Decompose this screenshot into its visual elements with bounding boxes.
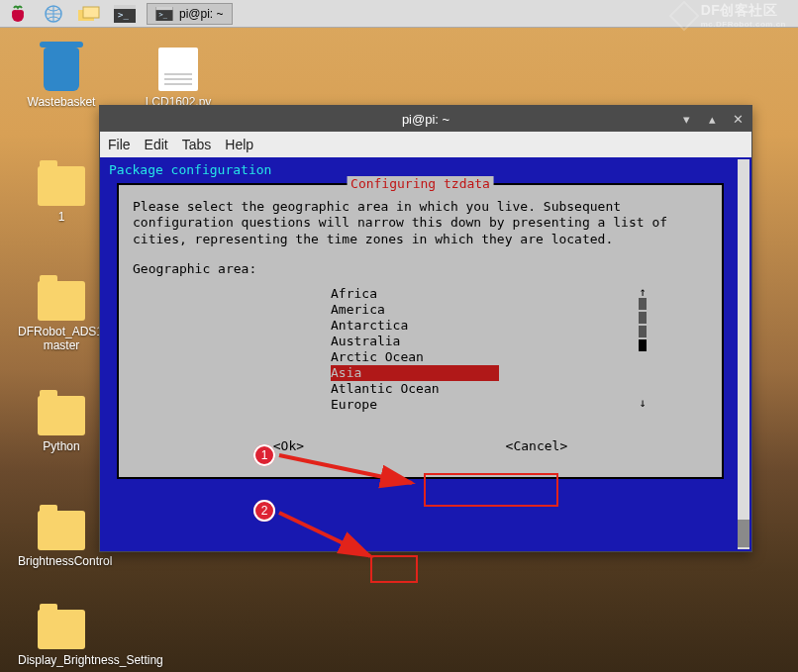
area-option-antarctica[interactable]: Antarctica bbox=[331, 318, 648, 334]
window-menubar: File Edit Tabs Help bbox=[100, 132, 751, 157]
desktop-icon-folder-python[interactable]: Python bbox=[18, 396, 105, 453]
file-icon bbox=[158, 48, 198, 91]
dialog-instructions: Please select the geographic area in whi… bbox=[133, 199, 708, 247]
trash-icon bbox=[44, 48, 79, 91]
web-browser-icon[interactable] bbox=[40, 2, 67, 26]
folder-icon bbox=[38, 610, 85, 649]
terminal-scrollbar[interactable] bbox=[738, 159, 749, 549]
desktop-icon-wastebasket[interactable]: Wastebasket bbox=[18, 48, 105, 109]
cancel-button[interactable]: <Cancel> bbox=[502, 438, 572, 453]
menu-help[interactable]: Help bbox=[225, 137, 253, 152]
menu-file[interactable]: File bbox=[108, 137, 131, 152]
desktop-icon-folder-brightness[interactable]: BrightnessControl bbox=[18, 511, 105, 568]
folder-icon bbox=[38, 396, 85, 435]
folder-icon bbox=[38, 281, 85, 321]
svg-point-2 bbox=[18, 10, 24, 16]
watermark-hex-icon bbox=[668, 0, 699, 31]
menu-edit[interactable]: Edit bbox=[145, 137, 168, 152]
menu-tabs[interactable]: Tabs bbox=[182, 137, 212, 152]
desktop-icon-folder-display[interactable]: Display_Brightness_Setting bbox=[18, 610, 105, 667]
svg-point-1 bbox=[12, 10, 18, 16]
taskbar: >_ >_ pi@pi: ~ DF创客社区 mc.DFRobot.com.cn bbox=[0, 0, 798, 28]
area-list[interactable]: AfricaAmericaAntarcticaAustraliaArctic O… bbox=[331, 286, 648, 413]
desktop-icon-label: Python bbox=[18, 439, 105, 453]
minimize-button[interactable]: ▾ bbox=[678, 111, 694, 127]
svg-rect-10 bbox=[155, 7, 172, 10]
taskbar-task-terminal[interactable]: >_ pi@pi: ~ bbox=[147, 3, 233, 25]
ok-button[interactable]: <Ok> bbox=[269, 438, 308, 453]
desktop-icon-label: DFRobot_ADS1115-master bbox=[18, 325, 105, 352]
list-scroll-indicator: ↑↓ bbox=[638, 286, 648, 413]
terminal-viewport: Package configuration Configuring tzdata… bbox=[100, 157, 751, 551]
area-option-africa[interactable]: Africa bbox=[331, 286, 648, 302]
desktop-icon-folder-dfrobot[interactable]: DFRobot_ADS1115-master bbox=[18, 281, 105, 352]
terminal-window: pi@pi: ~ ▾ ▴ ✕ File Edit Tabs Help Packa… bbox=[99, 105, 752, 552]
geographic-area-label: Geographic area: bbox=[133, 261, 708, 276]
taskbar-task-label: pi@pi: ~ bbox=[179, 7, 224, 21]
watermark-url: mc.DFRobot.com.cn bbox=[701, 20, 786, 29]
annotation-box-ok bbox=[370, 555, 418, 583]
desktop-icon-file[interactable]: LCD1602.py bbox=[135, 48, 222, 109]
scrollbar-thumb[interactable] bbox=[738, 520, 749, 547]
area-option-australia[interactable]: Australia bbox=[331, 334, 648, 349]
desktop-icon-label: BrightnessControl bbox=[18, 554, 105, 568]
raspberry-menu-icon[interactable] bbox=[4, 2, 32, 26]
window-title: pi@pi: ~ bbox=[402, 112, 449, 127]
svg-rect-7 bbox=[114, 5, 136, 9]
annotation-badge-1: 1 bbox=[253, 444, 275, 466]
svg-text:>_: >_ bbox=[118, 10, 129, 20]
file-manager-icon[interactable] bbox=[75, 2, 103, 26]
maximize-button[interactable]: ▴ bbox=[704, 111, 720, 127]
terminal-launcher-icon[interactable]: >_ bbox=[111, 2, 139, 26]
area-option-america[interactable]: America bbox=[331, 302, 648, 318]
area-option-atlantic-ocean[interactable]: Atlantic Ocean bbox=[331, 381, 648, 397]
watermark-brand: DF创客社区 bbox=[701, 2, 778, 18]
folder-icon bbox=[38, 166, 85, 206]
desktop: >_ >_ pi@pi: ~ DF创客社区 mc.DFRobot.com.cn … bbox=[0, 0, 798, 672]
annotation-badge-2: 2 bbox=[253, 500, 275, 522]
svg-rect-5 bbox=[83, 7, 99, 18]
tzdata-dialog: Configuring tzdata Please select the geo… bbox=[117, 183, 724, 479]
watermark: DF创客社区 mc.DFRobot.com.cn bbox=[673, 2, 786, 29]
desktop-icon-label: Display_Brightness_Setting bbox=[18, 653, 105, 667]
area-option-asia[interactable]: Asia bbox=[331, 365, 499, 381]
area-option-arctic-ocean[interactable]: Arctic Ocean bbox=[331, 349, 648, 365]
desktop-icon-label: Wastebasket bbox=[18, 95, 105, 109]
svg-text:>_: >_ bbox=[159, 11, 168, 19]
close-button[interactable]: ✕ bbox=[730, 111, 746, 127]
window-titlebar[interactable]: pi@pi: ~ ▾ ▴ ✕ bbox=[100, 106, 751, 132]
desktop-icon-label: 1 bbox=[18, 210, 105, 224]
dialog-title: Configuring tzdata bbox=[347, 176, 494, 191]
area-option-europe[interactable]: Europe bbox=[331, 397, 648, 413]
desktop-icon-folder-1[interactable]: 1 bbox=[18, 166, 105, 224]
folder-icon bbox=[38, 511, 85, 550]
